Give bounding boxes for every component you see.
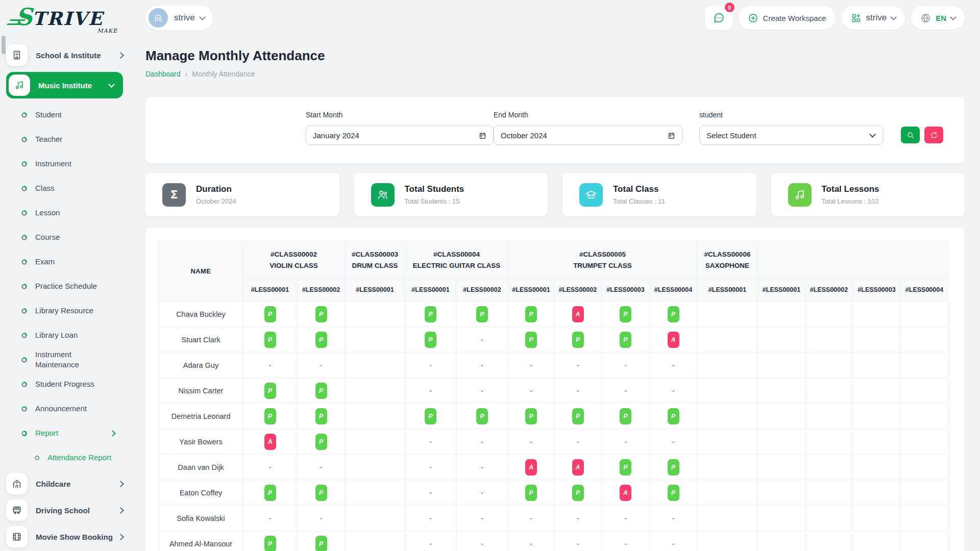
bullet-icon: [21, 186, 27, 191]
sidebar-item-label: Announcement: [35, 404, 87, 414]
sidebar-item-student-progress[interactable]: Student Progress: [0, 372, 135, 396]
start-month-field: Start Month January 2024: [306, 111, 494, 145]
attendance-cell: [805, 302, 853, 327]
sidebar-item-instrument[interactable]: Instrument: [0, 152, 135, 176]
bus-icon: [6, 499, 28, 521]
sidebar-item-course[interactable]: Course: [0, 225, 135, 249]
attendance-cell: [805, 353, 853, 378]
student-name: Demetria Leonard: [159, 404, 243, 429]
attendance-none: -: [672, 387, 675, 395]
student-select-value: Select Student: [706, 131, 756, 140]
sidebar-item-library-resource[interactable]: Library Resource: [0, 298, 135, 323]
grid-plus-icon: [851, 13, 862, 23]
table-row: Eaton CoffeyPP--PPAP: [159, 480, 948, 506]
sidebar-item-lesson[interactable]: Lesson: [0, 201, 135, 225]
end-month-input[interactable]: October 2024: [494, 126, 682, 145]
sidebar-item-student[interactable]: Student: [0, 103, 135, 127]
attendance-cell: P: [650, 302, 697, 327]
search-button[interactable]: [901, 127, 920, 143]
attendance-cell: [345, 327, 405, 353]
attendance-table: NAME#CLASS00002VIOLIN CLASS#CLASS00003DR…: [159, 241, 948, 551]
attendance-cell: -: [508, 429, 554, 455]
breadcrumb-dashboard-link[interactable]: Dashboard: [145, 70, 181, 78]
attendance-cell: [758, 506, 805, 531]
workspace-selector[interactable]: strive: [145, 6, 213, 30]
sidebar-nav: School & Institute Music Institute Stude…: [0, 41, 135, 550]
attendance-badge-present: P: [668, 459, 679, 475]
attendance-cell: -: [602, 429, 650, 455]
stat-title: Total Class: [613, 184, 665, 194]
attendance-cell: -: [650, 429, 697, 455]
bullet-icon: [21, 210, 27, 216]
sidebar-item-library-loan[interactable]: Library Loan: [0, 323, 135, 347]
stats-row: ΣDurationOctober 2024Total StudentsTotal…: [145, 173, 965, 216]
attendance-badge-present: P: [425, 332, 436, 348]
attendance-cell: -: [508, 378, 554, 404]
workspace-avatar: [149, 8, 168, 28]
language-selector[interactable]: EN: [911, 6, 965, 30]
create-workspace-button[interactable]: Create Workspace: [739, 6, 836, 30]
sidebar-item-report[interactable]: Report: [0, 421, 135, 445]
attendance-cell: [758, 404, 805, 429]
attendance-badge-present: P: [572, 485, 584, 501]
chat-button[interactable]: 0: [705, 6, 732, 30]
sidebar-item-movie-show-booking[interactable]: Movie Show Booking: [6, 524, 127, 549]
sidebar-item-practice-schedule[interactable]: Practice Schedule: [0, 274, 135, 298]
refresh-button[interactable]: [924, 127, 943, 143]
bullet-icon: [21, 112, 27, 118]
attendance-none: -: [320, 463, 323, 471]
lesson-column-header: #LESS00004: [901, 279, 948, 302]
attendance-cell: [853, 429, 901, 455]
attendance-cell: -: [405, 531, 456, 551]
sidebar-item-driving-school[interactable]: Driving School: [6, 497, 127, 523]
sidebar-item-instrument-maintenance[interactable]: Instrument Maintenance: [0, 347, 135, 372]
attendance-cell: P: [298, 378, 345, 404]
sidebar-item-school-institute[interactable]: School & Institute: [6, 42, 127, 68]
attendance-cell: [697, 506, 758, 531]
sidebar-item-attendance-report[interactable]: Attendance Report: [0, 445, 135, 470]
bullet-icon: [21, 137, 27, 142]
create-workspace-label: Create Workspace: [763, 14, 826, 22]
sidebar-item-exam[interactable]: Exam: [0, 249, 135, 274]
sidebar-scrollbar[interactable]: [2, 36, 6, 54]
attendance-cell: [345, 455, 405, 480]
attendance-cell: -: [456, 506, 508, 531]
sidebar-item-music-institute[interactable]: Music Institute: [6, 72, 123, 98]
graduation-cap-icon: [579, 183, 603, 207]
lesson-column-header: #LESS00001: [508, 279, 554, 302]
attendance-badge-present: P: [315, 383, 327, 399]
chevron-down-icon: [108, 81, 115, 88]
attendance-none: -: [530, 514, 532, 522]
attendance-none: -: [269, 514, 272, 522]
attendance-cell: [853, 506, 901, 531]
attendance-cell: [853, 480, 901, 506]
sidebar-item-label: Childcare: [36, 480, 70, 488]
student-name: Adara Guy: [159, 353, 243, 378]
attendance-badge-absent: A: [572, 459, 584, 475]
attendance-cell: -: [456, 429, 508, 455]
search-icon: [906, 131, 915, 139]
sidebar-item-class[interactable]: Class: [0, 176, 135, 201]
attendance-badge-present: P: [525, 485, 537, 501]
attendance-cell: [805, 327, 853, 353]
attendance-cell: -: [456, 378, 508, 404]
attendance-cell: [805, 404, 853, 429]
start-month-input[interactable]: January 2024: [306, 126, 494, 145]
attendance-cell: P: [243, 302, 298, 327]
sidebar-item-childcare[interactable]: Childcare: [6, 471, 127, 496]
childcare-icon: [6, 473, 28, 494]
end-month-label: End Month: [494, 111, 682, 119]
lesson-column-header: #LESS00001: [243, 279, 298, 302]
sidebar-item-announcement[interactable]: Announcement: [0, 396, 135, 421]
attendance-badge-present: P: [620, 459, 631, 475]
name-column-header: NAME: [159, 241, 243, 302]
attendance-badge-present: P: [264, 306, 276, 322]
logo-s: S: [15, 5, 32, 29]
student-select[interactable]: Select Student: [699, 126, 883, 145]
attendance-badge-present: P: [264, 332, 276, 348]
org-selector[interactable]: strive: [842, 6, 905, 30]
calendar-icon: [479, 132, 486, 139]
attendance-none: -: [481, 514, 483, 522]
sidebar-item-teacher[interactable]: Teacher: [0, 127, 135, 152]
attendance-cell: [758, 429, 805, 455]
